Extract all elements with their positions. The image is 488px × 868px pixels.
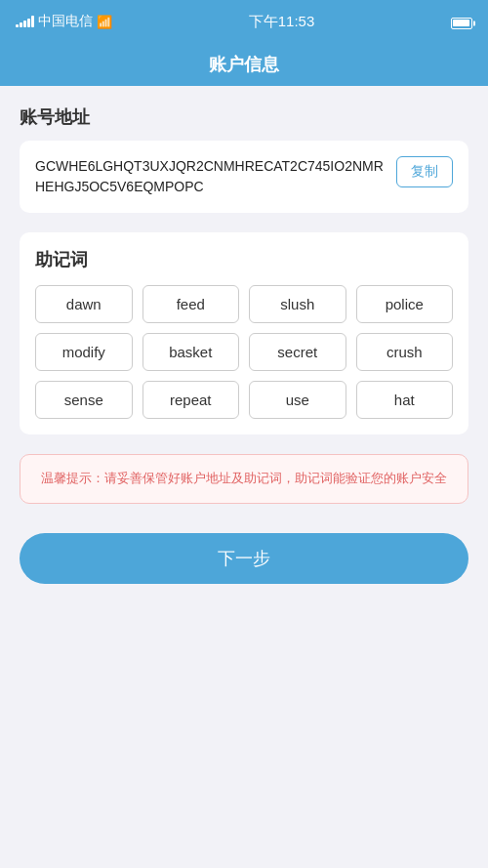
mnemonic-word-8: crush <box>356 333 454 371</box>
page-title: 账户信息 <box>209 53 279 76</box>
battery-icon <box>451 14 472 29</box>
address-value: GCWHE6LGHQT3UXJQR2CNMHRECAT2C745IO2NMRHE… <box>35 156 385 197</box>
signal-icon <box>16 16 34 27</box>
mnemonic-word-3: slush <box>249 285 346 323</box>
mnemonic-section-title: 助记词 <box>35 248 453 271</box>
mnemonic-word-4: police <box>356 285 454 323</box>
mnemonic-word-6: basket <box>142 333 240 371</box>
address-section-title: 账号地址 <box>20 105 468 129</box>
warning-box: 温馨提示：请妥善保管好账户地址及助记词，助记词能验证您的账户安全 <box>20 454 468 504</box>
status-time: 下午11:53 <box>249 13 315 31</box>
main-content: 账号地址 GCWHE6LGHQT3UXJQR2CNMHRECAT2C745IO2… <box>0 86 488 504</box>
status-bar: 中国电信 📶 下午11:53 <box>0 0 488 43</box>
mnemonic-word-9: sense <box>35 381 133 419</box>
carrier-label: 中国电信 <box>38 13 93 30</box>
status-left: 中国电信 📶 <box>16 13 112 30</box>
next-button[interactable]: 下一步 <box>20 533 468 584</box>
warning-text: 温馨提示：请妥善保管好账户地址及助记词，助记词能验证您的账户安全 <box>41 471 447 485</box>
address-card: GCWHE6LGHQT3UXJQR2CNMHRECAT2C745IO2NMRHE… <box>20 141 468 213</box>
mnemonic-word-12: hat <box>356 381 454 419</box>
header: 账户信息 <box>0 43 488 86</box>
wifi-icon: 📶 <box>97 15 112 29</box>
mnemonic-section: 助记词 dawnfeedslushpolicemodifybasketsecre… <box>20 232 468 434</box>
next-button-container: 下一步 <box>0 533 488 584</box>
mnemonic-word-10: repeat <box>142 381 240 419</box>
mnemonic-word-1: dawn <box>35 285 133 323</box>
mnemonic-word-2: feed <box>142 285 240 323</box>
mnemonic-grid: dawnfeedslushpolicemodifybasketsecretcru… <box>35 285 453 419</box>
status-right <box>451 14 472 29</box>
mnemonic-word-5: modify <box>35 333 133 371</box>
mnemonic-word-11: use <box>249 381 346 419</box>
copy-button[interactable]: 复制 <box>396 156 453 187</box>
mnemonic-word-7: secret <box>249 333 346 371</box>
